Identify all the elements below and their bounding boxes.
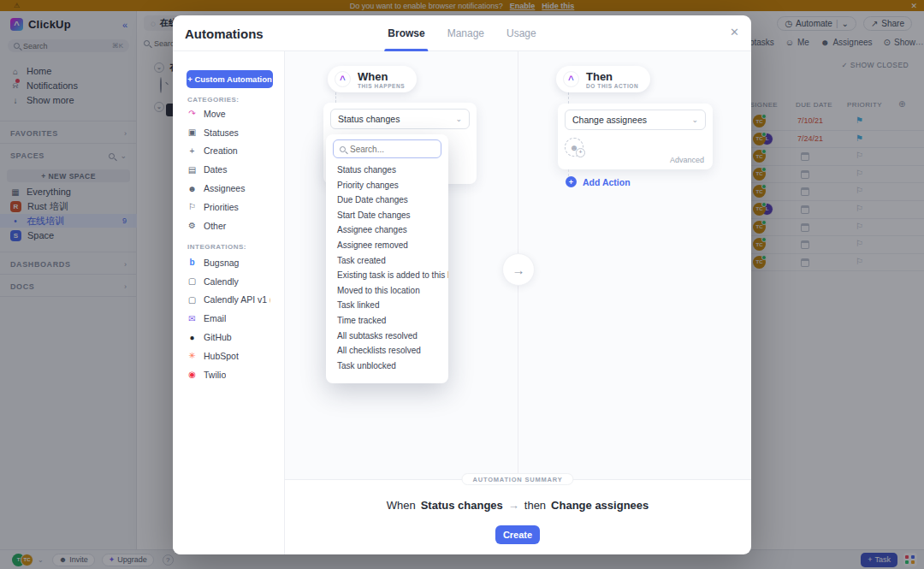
category-icon: ▤ xyxy=(187,165,197,175)
when-bubble: ^ When THIS HAPPENS xyxy=(328,66,417,92)
integration-item[interactable]: ▢ Calendly xyxy=(173,272,285,291)
arrow-right-icon: → xyxy=(508,499,519,512)
category-label: Priorities xyxy=(204,202,239,212)
dropdown-item[interactable]: Due Date changes xyxy=(326,193,448,208)
category-label: Move xyxy=(204,109,226,119)
category-label: Statuses xyxy=(204,127,239,138)
dropdown-item[interactable]: Start Date changes xyxy=(326,208,448,223)
modal-tab-label: Browse xyxy=(388,27,424,39)
dropdown-item[interactable]: Assignee removed xyxy=(326,238,448,253)
dropdown-item[interactable]: Task unblocked xyxy=(326,359,448,374)
modal-left-panel: + Custom Automation CATEGORIES: ↷ Move ▣… xyxy=(173,51,285,554)
category-label: Creation xyxy=(204,145,238,156)
modal-tabs: Browse Manage Usage xyxy=(388,15,536,51)
integrations-list: b Bugsnag ▢ Calendly ▢ Calendly API v1 (… xyxy=(173,253,285,384)
modal-tab[interactable]: Usage xyxy=(506,15,536,51)
integration-item[interactable]: ◉ Twilio xyxy=(173,365,285,384)
integration-label: Calendly API v1 (Legacy) xyxy=(204,294,270,305)
add-action-button[interactable]: + Add Action xyxy=(566,176,631,187)
dropdown-item[interactable]: Assignee changes xyxy=(326,222,448,238)
integration-icon: ✳ xyxy=(187,351,197,360)
action-select[interactable]: Change assignees ⌄ xyxy=(565,110,706,130)
category-icon: ☻ xyxy=(187,184,197,193)
close-icon[interactable]: ✕ xyxy=(730,26,739,39)
create-button[interactable]: Create xyxy=(495,525,540,544)
then-card: Change assignees ⌄ ☻ Advanced xyxy=(558,104,713,169)
clickup-mark-icon: ^ xyxy=(563,71,579,87)
trigger-selected-value: Status changes xyxy=(338,114,400,124)
category-label: Other xyxy=(204,221,226,231)
integration-label: HubSpot xyxy=(204,351,239,361)
arrow-right-icon: → xyxy=(512,263,525,277)
category-item[interactable]: ▤ Dates xyxy=(173,160,285,179)
category-icon: ▣ xyxy=(187,127,197,137)
then-bubble: ^ Then DO THIS ACTION xyxy=(556,66,650,92)
dropdown-item[interactable]: Task created xyxy=(326,253,448,269)
integration-icon: ● xyxy=(187,333,197,342)
integration-item[interactable]: ✉ Email xyxy=(173,309,285,328)
add-action-label: Add Action xyxy=(583,177,631,187)
integration-icon: b xyxy=(187,258,197,267)
dropdown-item[interactable]: Time tracked xyxy=(326,313,448,329)
dropdown-list: Status changes Priority changes Due Date… xyxy=(326,163,448,373)
integration-label: GitHub xyxy=(204,332,232,342)
category-label: Assignees xyxy=(204,183,245,193)
integration-label: Bugsnag xyxy=(204,258,239,268)
modal-tab-label: Usage xyxy=(506,27,536,39)
integration-icon: ▢ xyxy=(187,276,197,286)
dropdown-search-input[interactable] xyxy=(350,145,427,154)
advanced-link[interactable]: Advanced xyxy=(670,156,704,164)
modal-tab[interactable]: Manage xyxy=(447,15,484,51)
category-item[interactable]: ⚐ Priorities xyxy=(173,198,285,216)
dropdown-item[interactable]: Priority changes xyxy=(326,178,448,193)
then-title: Then xyxy=(586,70,638,83)
category-item[interactable]: ☻ Assignees xyxy=(173,179,285,198)
search-icon xyxy=(340,146,346,152)
category-icon: ⚐ xyxy=(187,202,197,211)
summary-pill: AUTOMATION SUMMARY xyxy=(461,473,573,485)
integration-item[interactable]: ▢ Calendly API v1 (Legacy) xyxy=(173,291,285,310)
summary-then: then xyxy=(524,499,546,512)
clickup-mark-icon: ^ xyxy=(335,71,351,87)
category-item[interactable]: ▣ Statuses xyxy=(173,123,285,142)
integrations-label: INTEGRATIONS: xyxy=(173,243,246,251)
dropdown-item[interactable]: Task linked xyxy=(326,298,448,313)
automations-modal: Automations Browse Manage Usage ✕ + Cust… xyxy=(173,15,751,554)
dropdown-item[interactable]: All checklists resolved xyxy=(326,343,448,359)
then-subtitle: DO THIS ACTION xyxy=(586,83,638,89)
connector-line xyxy=(335,92,336,103)
trigger-select[interactable]: Status changes ⌄ xyxy=(330,109,470,129)
modal-header: Automations Browse Manage Usage ✕ xyxy=(173,15,751,51)
connector-line xyxy=(568,169,569,176)
category-item[interactable]: + Creation xyxy=(173,142,285,161)
connector-line xyxy=(568,92,569,104)
action-selected-value: Change assignees xyxy=(572,115,647,125)
summary-trigger: Status changes xyxy=(421,499,503,512)
modal-title: Automations xyxy=(185,27,264,41)
summary-sentence: When Status changes → then Change assign… xyxy=(387,499,649,512)
custom-automation-button[interactable]: + Custom Automation xyxy=(187,70,273,88)
dropdown-item[interactable]: All subtasks resolved xyxy=(326,329,448,344)
modal-tab-label: Manage xyxy=(447,27,484,39)
integration-item[interactable]: ● GitHub xyxy=(173,328,285,347)
integration-item[interactable]: ✳ HubSpot xyxy=(173,347,285,365)
category-item[interactable]: ↷ Move xyxy=(173,104,285,123)
category-label: Dates xyxy=(204,164,227,175)
plus-icon: + xyxy=(187,74,192,84)
when-subtitle: THIS HAPPENS xyxy=(358,83,405,89)
category-icon: ↷ xyxy=(187,109,197,118)
category-item[interactable]: ⚙ Other xyxy=(173,216,285,235)
modal-tab[interactable]: Browse xyxy=(388,15,424,51)
add-assignee-icon[interactable]: ☻ xyxy=(565,138,583,157)
integration-icon: ▢ xyxy=(187,295,197,305)
summary-action: Change assignees xyxy=(551,499,649,512)
chevron-down-icon: ⌄ xyxy=(455,115,462,123)
category-icon: ⚙ xyxy=(187,221,197,230)
dropdown-item[interactable]: Moved to this location xyxy=(326,283,448,299)
integration-item[interactable]: b Bugsnag xyxy=(173,253,285,272)
plus-icon: + xyxy=(566,176,577,187)
integration-label: Email xyxy=(204,313,226,323)
dropdown-item[interactable]: Existing task is added to this loc... xyxy=(326,268,448,283)
dropdown-item[interactable]: Status changes xyxy=(326,163,448,178)
dropdown-search[interactable] xyxy=(333,139,441,158)
